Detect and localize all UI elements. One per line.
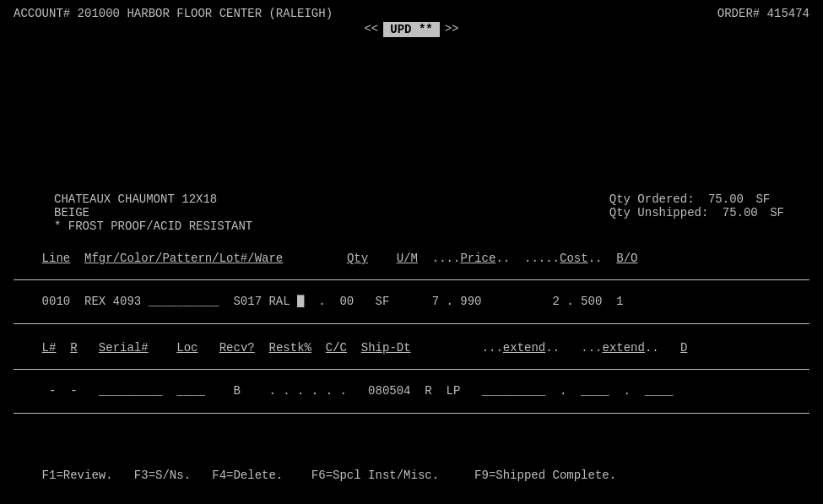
qty-ordered-row: Qty Ordered: 75.00 SF: [609, 192, 784, 206]
product-color: BEIGE: [54, 206, 252, 219]
nav-left-arrow[interactable]: <<: [364, 22, 378, 37]
order-info: ORDER# 415474: [717, 7, 809, 20]
upd-badge[interactable]: UPD **: [383, 22, 439, 37]
product-info-block: CHATEAUX CHAUMONT 12X18 BEIGE * FROST PR…: [14, 192, 809, 233]
function-keys: F1=Review. F3=S/Ns. F4=Delete. F6=Spcl I…: [42, 469, 617, 482]
header-row: ACCOUNT# 201000 HARBOR FLOOR CENTER (RAL…: [14, 7, 809, 20]
qty-unshipped-unit: SF: [770, 206, 784, 219]
nav-row: << UPD ** >>: [14, 22, 809, 37]
product-details-left: CHATEAUX CHAUMONT 12X18 BEIGE * FROST PR…: [54, 192, 252, 233]
qty-ordered-unit: SF: [755, 192, 770, 206]
col-line: Line Mfgr/Color/Pattern/Lot#/Ware Qty U/…: [42, 252, 638, 265]
main-screen: ACCOUNT# 201000 HARBOR FLOOR CENTER (RAL…: [0, 0, 823, 504]
account-info: ACCOUNT# 201000 HARBOR FLOOR CENTER (RAL…: [14, 7, 333, 20]
nav-right-arrow[interactable]: >>: [445, 22, 459, 37]
data-row-0010: 0010 REX 4093 __________ S017 RAL █ . 00…: [14, 281, 809, 324]
sub-column-headers: L# R Serial# Loc Recv? Restk% C/C Ship-D…: [14, 328, 809, 370]
empty-area: [14, 41, 809, 192]
sub-data-row: - - _________ ____ B . . . . . . 080504 …: [14, 371, 809, 414]
sub-line-data: - - _________ ____ B . . . . . . 080504 …: [42, 384, 674, 398]
product-note: * FROST PROOF/ACID RESISTANT: [54, 219, 252, 233]
sub-col-line: L# R Serial# Loc Recv? Restk% C/C Ship-D…: [42, 341, 688, 355]
column-headers: Line Mfgr/Color/Pattern/Lot#/Ware Qty U/…: [14, 238, 809, 280]
order-line-data: 0010 REX 4093 __________ S017 RAL █ . 00…: [42, 295, 624, 308]
qty-ordered-label: Qty Ordered:: [609, 192, 695, 206]
qty-ordered-value: 75.00: [708, 192, 744, 206]
product-qty-right: Qty Ordered: 75.00 SF Qty Unshipped: 75.…: [609, 192, 809, 233]
qty-unshipped-value: 75.00: [723, 206, 758, 219]
qty-unshipped-row: Qty Unshipped: 75.00 SF: [609, 206, 784, 219]
product-name: CHATEAUX CHAUMONT 12X18: [54, 192, 252, 206]
qty-unshipped-label: Qty Unshipped:: [609, 206, 709, 219]
function-bar: F1=Review. F3=S/Ns. F4=Delete. F6=Spcl I…: [14, 455, 809, 496]
